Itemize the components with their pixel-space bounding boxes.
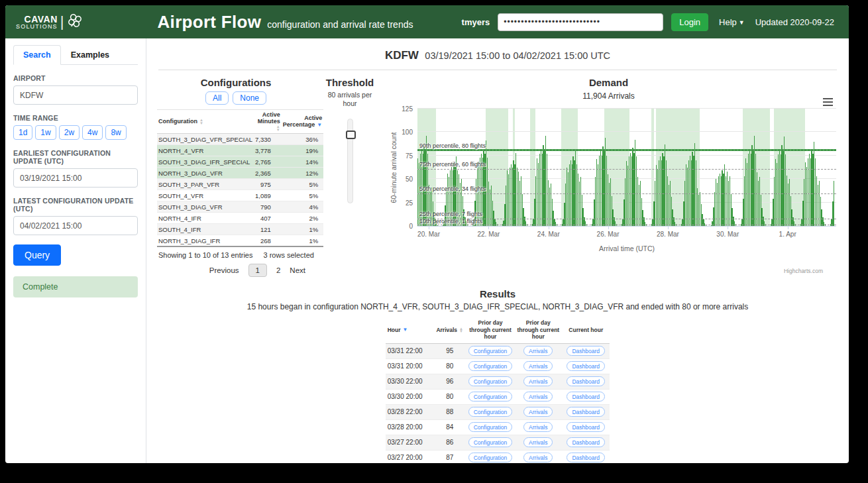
time-range-2w-button[interactable]: 2w	[59, 125, 80, 140]
config-row[interactable]: SOUTH_3_DIAG_VFR7904%	[157, 201, 323, 213]
chart-subtitle: 11,904 Arrivals	[381, 91, 836, 101]
active-minutes-cell: 268	[254, 235, 282, 247]
x-axis-tick	[429, 226, 429, 229]
tab-search[interactable]: Search	[13, 45, 61, 65]
time-range-1d-button[interactable]: 1d	[13, 125, 32, 140]
query-button[interactable]: Query	[13, 244, 61, 266]
arrivals-button[interactable]: Arrivals	[523, 346, 553, 356]
tab-examples[interactable]: Examples	[61, 45, 119, 65]
chart-menu-icon[interactable]	[822, 95, 834, 109]
config-row[interactable]: SOUTH_3_PAR_VFR9755%	[157, 179, 323, 190]
arrivals-button[interactable]: Arrivals	[523, 376, 553, 386]
percentile-label: 25th percentile, 7 flights	[419, 211, 482, 217]
arrivals-button[interactable]: Arrivals	[523, 422, 553, 432]
time-range-1w-button[interactable]: 1w	[35, 125, 56, 140]
hour-cell: 03/28 22:00	[386, 404, 433, 419]
active-minutes-cell: 2,765	[254, 156, 282, 168]
hour-cell: 03/28 20:00	[386, 419, 433, 435]
dashboard-button[interactable]: Dashboard	[567, 392, 605, 402]
sidebar: Search Examples AIRPORT TIME RANGE 1d1w2…	[5, 38, 146, 463]
sort-icon: ▲▼	[199, 119, 203, 125]
arrivals-col-header[interactable]: Arrivals▲▼	[433, 318, 466, 343]
x-axis-tick-label: 28. Mar	[657, 231, 679, 238]
x-axis-tick	[608, 226, 609, 229]
config-row[interactable]: SOUTH_4_VFR1,0895%	[157, 190, 323, 201]
config-row[interactable]: SOUTH_4_IFR1211%	[157, 224, 323, 235]
pagination-page-2[interactable]: 2	[276, 266, 280, 274]
percentile-label: 90th percentile, 80 flights	[419, 142, 486, 149]
hour-cell: 03/27 22:00	[386, 435, 433, 450]
arrivals-button[interactable]: Arrivals	[523, 453, 553, 462]
config-row[interactable]: NORTH_4_IFR4072%	[157, 213, 323, 224]
airport-input[interactable]	[13, 85, 138, 105]
threshold-value-label: 80 arrivals per hour	[324, 91, 376, 108]
config-row[interactable]: SOUTH_3_DIAG_VFR_SPECIAL7,33036%	[157, 134, 323, 145]
dashboard-button[interactable]: Dashboard	[567, 453, 605, 462]
earliest-input[interactable]	[13, 168, 138, 188]
pagination-page-1[interactable]: 1	[248, 264, 267, 277]
arrivals-button[interactable]: Arrivals	[523, 361, 553, 371]
config-name-cell: NORTH_4_IFR	[157, 213, 254, 224]
arrivals-button[interactable]: Arrivals	[523, 437, 553, 447]
active-percentage-col-header[interactable]: Active Percentage▼	[282, 110, 323, 134]
demand-plot: 025507510012590th percentile, 80 flights…	[417, 109, 836, 227]
threshold-slider-handle[interactable]	[346, 131, 356, 139]
prior-day-config-col-header: Prior day through current hour	[466, 318, 515, 343]
configuration-button[interactable]: Configuration	[468, 422, 513, 432]
time-range-buttons: 1d1w2w4w8w	[13, 125, 138, 140]
results-title: Results	[146, 288, 849, 299]
results-row: 03/27 20:0087ConfigurationArrivalsDashbo…	[386, 450, 610, 463]
config-row[interactable]: NORTH_4_VFR3,77819%	[157, 145, 323, 156]
hour-cell: 03/27 20:00	[386, 450, 433, 463]
threshold-slider[interactable]	[347, 119, 353, 203]
app-window: CAVAN SOLUTIONS | Airport Flow configura…	[5, 5, 849, 463]
pagination-previous[interactable]: Previous	[209, 266, 239, 274]
configuration-button[interactable]: Configuration	[468, 376, 513, 386]
config-row[interactable]: NORTH_3_DIAG_IFR2681%	[157, 235, 323, 247]
configuration-button[interactable]: Configuration	[468, 346, 513, 356]
config-name-cell: NORTH_3_DIAG_VFR	[157, 168, 254, 179]
pagination-next[interactable]: Next	[290, 266, 305, 274]
configuration-button[interactable]: Configuration	[468, 407, 513, 417]
hour-cell: 03/31 20:00	[386, 358, 433, 374]
hour-cell: 03/30 20:00	[386, 389, 433, 404]
config-row[interactable]: SOUTH_3_DIAG_IFR_SPECIAL2,76514%	[157, 156, 323, 168]
help-menu[interactable]: Help▼	[719, 17, 745, 27]
x-axis-tick	[668, 226, 669, 229]
select-none-button[interactable]: None	[233, 91, 266, 105]
arrivals-button[interactable]: Arrivals	[523, 407, 553, 417]
configuration-button[interactable]: Configuration	[468, 453, 513, 462]
highcharts-credits[interactable]: Highcharts.com	[784, 268, 823, 274]
dashboard-button[interactable]: Dashboard	[567, 361, 605, 371]
dashboard-button[interactable]: Dashboard	[567, 437, 605, 447]
active-percentage-cell: 5%	[282, 179, 323, 190]
dashboard-button[interactable]: Dashboard	[567, 376, 605, 386]
dashboard-button[interactable]: Dashboard	[567, 346, 605, 356]
arrival-bar	[437, 225, 438, 226]
time-range-8w-button[interactable]: 8w	[105, 125, 126, 140]
y-axis-tick-label: 25	[406, 199, 413, 206]
latest-input[interactable]	[13, 216, 138, 235]
logo-line2: SOLUTIONS	[16, 24, 58, 30]
password-field[interactable]	[498, 13, 663, 31]
active-minutes-col-header[interactable]: Active Minutes▲▼	[254, 110, 282, 134]
login-button[interactable]: Login	[671, 13, 708, 31]
x-axis-tick-label: 1. Apr	[779, 231, 796, 238]
configuration-button[interactable]: Configuration	[468, 361, 513, 371]
arrivals-button[interactable]: Arrivals	[523, 392, 553, 402]
configuration-button[interactable]: Configuration	[468, 392, 513, 402]
config-col-header[interactable]: Configuration▲▼	[157, 110, 254, 134]
time-range-4w-button[interactable]: 4w	[82, 125, 103, 140]
x-axis-tick	[549, 226, 549, 229]
hour-col-header[interactable]: Hour▼	[386, 318, 433, 343]
dashboard-button[interactable]: Dashboard	[567, 407, 605, 417]
chart-title: Demand	[381, 77, 836, 88]
results-row: 03/30 22:0096ConfigurationArrivalsDashbo…	[386, 374, 610, 389]
x-axis-tick-label: 24. Mar	[537, 231, 560, 238]
arrivals-cell: 88	[433, 404, 466, 419]
select-all-button[interactable]: All	[205, 91, 229, 105]
dashboard-button[interactable]: Dashboard	[567, 422, 605, 432]
configuration-button[interactable]: Configuration	[468, 437, 513, 447]
arrivals-cell: 80	[433, 389, 466, 404]
config-row[interactable]: NORTH_3_DIAG_VFR2,36512%	[157, 168, 323, 179]
